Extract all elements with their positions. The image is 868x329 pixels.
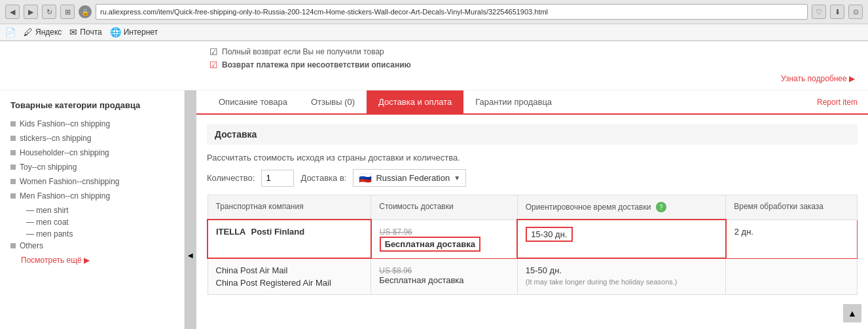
browser-bookmarks: 📄 🖊 Яндекс ✉ Почта 🌐 Интернет — [0, 24, 868, 41]
bookmark-mail[interactable]: ✉ Почта — [69, 27, 101, 37]
days-cell-2: 15-50 дн. (It may take longer during the… — [517, 258, 725, 295]
sidebar-item-kids[interactable]: Kids Fashion--cn shipping — [10, 119, 173, 128]
sidebar-item-women-label: Women Fashion--cnshipping — [20, 177, 120, 186]
days-note-2: (It may take longer during the holiday s… — [526, 278, 717, 286]
sidebar-subitem-coat[interactable]: men coat — [10, 218, 173, 227]
sidebar-item-others[interactable]: Others — [10, 241, 173, 250]
col-header-time: Ориентировочное время доставки ? — [517, 195, 725, 220]
sidebar-bullet — [10, 179, 16, 184]
sidebar: Товарные категории продавца Kids Fashion… — [0, 90, 185, 329]
sidebar-item-men[interactable]: Men Fashion--cn shipping — [10, 191, 173, 201]
yandex-icon: 🖊 — [24, 27, 33, 37]
table-row: China Post Air Mail China Post Registere… — [208, 258, 858, 295]
guarantee-items: ☑ Полный возврат если Вы не получили тов… — [209, 47, 855, 70]
sidebar-item-kids-label: Kids Fashion--cn shipping — [20, 119, 110, 128]
carrier-name-posti: Posti Finland — [251, 227, 305, 237]
section-heading: Доставка — [207, 124, 858, 145]
reload-button[interactable]: ↻ — [42, 5, 56, 19]
bookmark-yandex-label: Яндекс — [35, 28, 62, 37]
tab-reviews[interactable]: Отзывы (0) — [299, 90, 367, 113]
bookmark-yandex[interactable]: 🖊 Яндекс — [24, 27, 62, 37]
guarantee2-text: Возврат платежа при несоответствии описа… — [222, 60, 411, 69]
sidebar-bullet — [10, 136, 16, 141]
carrier-name-chinapost-air: China Post Air Mail — [216, 265, 288, 275]
internet-icon: 🌐 — [110, 27, 121, 37]
sidebar-subitem-pants[interactable]: men pants — [10, 229, 173, 239]
tab-delivery[interactable]: Доставка и оплата — [367, 90, 463, 113]
delivery-section: Доставка Рассчитать стоимость исходя из … — [196, 115, 868, 304]
days-cell-1: 15-30 дн. — [517, 220, 725, 258]
sidebar-item-householder-label: Householder--cn shipping — [20, 148, 109, 157]
sidebar-item-others-label: Others — [20, 241, 43, 250]
sidebar-item-men-label: Men Fashion--cn shipping — [20, 191, 110, 201]
sidebar-item-women[interactable]: Women Fashion--cnshipping — [10, 177, 173, 186]
country-name: Russian Federation — [376, 173, 450, 183]
processing-cell-2 — [726, 258, 858, 295]
mail-icon: ✉ — [69, 27, 77, 37]
forward-button[interactable]: ▶ — [24, 5, 38, 19]
qty-label: Количество: — [207, 173, 255, 183]
carrier-name-itella: ITELLA — [216, 227, 246, 237]
cost-cell-2: US $8.96 Бесплатная доставка — [371, 258, 518, 295]
sidebar-bullet — [10, 121, 16, 126]
cost-cell-1: US $7.96 Бесплатная доставка — [371, 220, 518, 258]
table-row: ITELLA Posti Finland US $7.96 Бесплатная… — [208, 220, 858, 258]
country-select[interactable]: 🇷🇺 Russian Federation ▼ — [353, 169, 466, 187]
qty-input[interactable] — [261, 170, 294, 187]
sidebar-bullet — [10, 243, 16, 248]
col-header-processing: Время обработки заказа — [726, 195, 858, 220]
original-price-2: US $8.96 — [379, 266, 412, 275]
back-button[interactable]: ◀ — [5, 5, 20, 19]
address-bar[interactable] — [96, 4, 808, 20]
content-area: Описание товара Отзывы (0) Доставка и оп… — [196, 90, 868, 329]
bookmark-mail-label: Почта — [80, 28, 101, 37]
days-badge-1: 15-30 дн. — [526, 227, 572, 242]
days-text-2: 15-50 дн. — [526, 265, 562, 275]
sidebar-item-householder[interactable]: Householder--cn shipping — [10, 148, 173, 157]
col-header-carrier: Транспортная компания — [208, 195, 371, 220]
sidebar-item-stickers-label: stickers--cn shipping — [20, 134, 91, 143]
carrier-name-chinapost-reg: China Post Registered Air Mail — [216, 278, 331, 288]
ship-to-label: Доставка в: — [300, 173, 346, 183]
carrier-cell-2: China Post Air Mail China Post Registere… — [208, 258, 371, 295]
bookmark-internet[interactable]: 🌐 Интернет — [110, 27, 158, 37]
sidebar-collapse-button[interactable]: ◀ — [185, 90, 196, 329]
help-icon[interactable]: ? — [656, 202, 666, 212]
guarantee1-text: Полный возврат если Вы не получили товар — [222, 47, 384, 56]
browser-toolbar: ◀ ▶ ↻ ⊞ 🔒 ♡ ⬇ ⊙ — [0, 0, 868, 24]
tabs-bar: Описание товара Отзывы (0) Доставка и оп… — [196, 90, 868, 115]
sidebar-more-link[interactable]: Посмотреть ещё ▶ — [10, 256, 173, 265]
sidebar-bullet — [10, 150, 16, 155]
sidebar-item-stickers[interactable]: stickers--cn shipping — [10, 134, 173, 143]
bookmark-icon: 📄 — [5, 28, 16, 37]
dropdown-arrow-icon: ▼ — [454, 174, 460, 182]
sidebar-wrapper: Товарные категории продавца Kids Fashion… — [0, 90, 196, 329]
top-banner: ☑ Полный возврат если Вы не получили тов… — [0, 41, 868, 90]
shipping-table: Транспортная компания Стоимость доставки… — [207, 195, 858, 295]
free-shipping-badge-1: Бесплатная доставка — [380, 237, 480, 252]
download-button[interactable]: ⬇ — [830, 5, 844, 19]
sidebar-bullet — [10, 164, 16, 170]
browser-chrome: ◀ ▶ ↻ ⊞ 🔒 ♡ ⬇ ⊙ 📄 🖊 Яндекс ✉ Почта 🌐 Инт… — [0, 0, 868, 41]
main-layout: Товарные категории продавца Kids Fashion… — [0, 90, 868, 329]
carrier-cell-1: ITELLA Posti Finland — [208, 220, 371, 258]
account-button[interactable]: ⊙ — [848, 5, 863, 19]
security-icon: 🔒 — [79, 5, 92, 18]
bookmark-internet-label: Интернет — [124, 28, 158, 37]
original-price-1: US $7.96 — [380, 227, 412, 237]
tab-guarantee[interactable]: Гарантии продавца — [463, 90, 564, 113]
sidebar-title: Товарные категории продавца — [10, 100, 173, 111]
calc-row: Количество: Доставка в: 🇷🇺 Russian Feder… — [207, 169, 858, 187]
sidebar-item-toy[interactable]: Toy--cn shipping — [10, 163, 173, 172]
sidebar-item-toy-label: Toy--cn shipping — [20, 163, 77, 172]
learn-more-link[interactable]: Узнать подробнее ▶ — [209, 74, 855, 83]
calc-description: Рассчитать стоимость исходя из страны до… — [207, 153, 858, 163]
report-item-link[interactable]: Report item — [817, 91, 858, 113]
tab-description[interactable]: Описание товара — [207, 90, 299, 113]
processing-cell-1: 2 дн. — [726, 220, 858, 258]
sidebar-subitem-shirt[interactable]: men shirt — [10, 206, 173, 215]
bookmark-button[interactable]: ♡ — [812, 5, 826, 19]
apps-button[interactable]: ⊞ — [60, 5, 75, 19]
scroll-top-button[interactable]: ▲ — [843, 304, 861, 322]
free-shipping-text-2: Бесплатная доставка — [379, 275, 463, 285]
